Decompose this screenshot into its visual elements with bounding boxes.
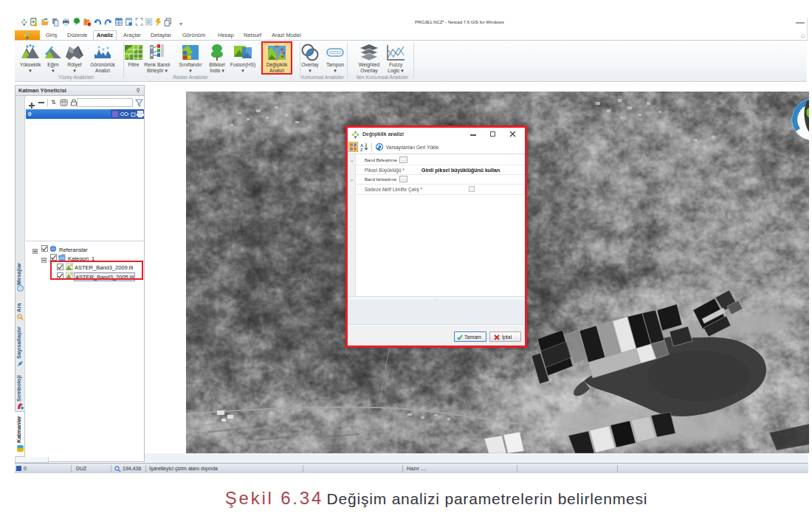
svg-text:Z: Z: [360, 148, 363, 152]
